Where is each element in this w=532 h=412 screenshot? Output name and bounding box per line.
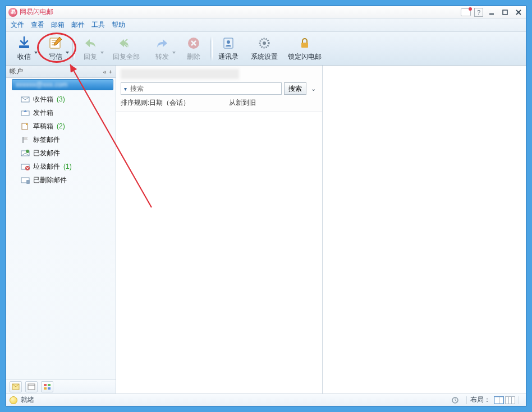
status-text: 就绪 — [21, 395, 34, 405]
delete-icon — [186, 35, 201, 51]
mail-tab-button[interactable] — [10, 381, 22, 392]
lock-icon — [297, 35, 313, 51]
menu-view[interactable]: 查看 — [31, 20, 44, 30]
svg-rect-1 — [503, 10, 507, 15]
folder-icon — [21, 108, 30, 117]
menu-mail[interactable]: 邮件 — [71, 20, 85, 30]
search-input[interactable] — [129, 85, 281, 92]
svg-point-12 — [263, 41, 266, 45]
notification-icon[interactable] — [461, 8, 471, 16]
menu-file[interactable]: 文件 — [11, 20, 24, 30]
svg-rect-17 — [22, 137, 24, 143]
forward-icon — [154, 35, 170, 51]
reply-icon — [82, 35, 98, 51]
apps-tab-button[interactable] — [41, 381, 53, 392]
folder-name: 收件箱 — [33, 95, 53, 104]
sort-rule[interactable]: 排序规则:日期（会话） — [121, 98, 229, 108]
sync-icon[interactable] — [451, 396, 460, 404]
folder-item[interactable]: 已删除邮件 — [21, 173, 116, 187]
compose-icon — [48, 35, 63, 51]
reply-all-icon — [118, 35, 134, 51]
folder-name: 草稿箱 — [33, 122, 53, 131]
search-button[interactable]: 搜索 — [284, 82, 306, 95]
svg-rect-31 — [44, 387, 47, 390]
svg-point-19 — [26, 150, 29, 153]
reply-all-button: 回复全部 — [106, 34, 146, 64]
folder-icon — [21, 122, 30, 131]
svg-rect-27 — [28, 384, 35, 390]
layout-label: 布局： — [470, 395, 490, 405]
sort-order[interactable]: 从新到旧 — [229, 98, 318, 108]
receive-button[interactable]: 收信 — [8, 34, 40, 64]
folder-name: 已发邮件 — [33, 149, 60, 158]
folder-icon — [21, 95, 30, 104]
chevron-down-icon[interactable] — [34, 52, 38, 54]
folder-item[interactable]: 标签邮件 — [21, 133, 116, 146]
chevron-down-icon[interactable] — [66, 52, 69, 54]
folder-count: (1) — [63, 163, 72, 170]
minimize-button[interactable] — [487, 8, 497, 16]
compose-button[interactable]: 写信 — [40, 34, 71, 64]
folder-name: 发件箱 — [33, 108, 53, 118]
delete-button: 删除 — [178, 34, 209, 64]
maximize-button[interactable] — [500, 8, 510, 16]
list-title — [121, 69, 239, 79]
menubar: 文件 查看 邮箱 邮件 工具 帮助 — [6, 18, 526, 32]
folder-count: (3) — [57, 95, 65, 103]
svg-rect-29 — [44, 384, 47, 386]
svg-rect-30 — [48, 384, 51, 386]
folder-item[interactable]: 垃圾邮件 (1) — [21, 160, 116, 173]
folder-name: 垃圾邮件 — [33, 162, 60, 172]
collapse-left-icon[interactable]: « — [103, 68, 106, 75]
reply-button: 回复 — [75, 34, 106, 64]
help-button[interactable]: ? — [474, 8, 483, 17]
preview-pane — [323, 66, 526, 394]
close-button[interactable] — [513, 8, 524, 16]
svg-rect-4 — [19, 45, 29, 48]
gear-icon — [256, 35, 272, 51]
settings-button[interactable]: 系统设置 — [244, 34, 285, 64]
contacts-button[interactable]: 通讯录 — [213, 34, 244, 64]
download-icon — [16, 35, 32, 51]
menu-tools[interactable]: 工具 — [91, 20, 105, 30]
folder-name: 已删除邮件 — [33, 175, 67, 185]
sidebar: 帐户 « + xxxxxx@xxx.com 收件箱 (3)发件箱草稿箱 (2)标… — [6, 66, 116, 394]
message-list — [116, 112, 322, 394]
folder-icon — [21, 149, 30, 158]
layout-vertical-button[interactable] — [505, 396, 515, 404]
folder-item[interactable]: 草稿箱 (2) — [21, 119, 116, 133]
sidebar-header: 帐户 — [10, 67, 100, 76]
expand-search-icon[interactable]: ⌄ — [309, 84, 318, 93]
menu-help[interactable]: 帮助 — [112, 20, 125, 30]
contacts-icon — [221, 35, 236, 51]
svg-point-10 — [227, 40, 230, 44]
chevron-down-icon — [100, 52, 104, 54]
folder-item[interactable]: 收件箱 (3) — [21, 92, 116, 106]
folder-icon — [21, 162, 30, 171]
folder-name: 标签邮件 — [33, 135, 60, 145]
account-row[interactable]: xxxxxx@xxx.com — [12, 79, 113, 90]
toolbar: 收信 写信 回复 回复全部 转发 — [6, 32, 526, 66]
lock-button[interactable]: 锁定闪电邮 — [285, 34, 325, 64]
forward-button: 转发 — [146, 34, 178, 64]
layout-horizontal-button[interactable] — [494, 396, 504, 404]
folder-icon — [21, 175, 30, 184]
message-list-pane: ▾ 搜索 ⌄ 排序规则:日期（会话） 从新到旧 — [116, 66, 323, 394]
folder-count: (2) — [57, 122, 65, 130]
bulb-icon — [10, 396, 17, 404]
svg-rect-13 — [301, 43, 308, 48]
svg-rect-25 — [26, 180, 30, 184]
calendar-tab-button[interactable] — [25, 381, 38, 392]
app-icon: 易 — [8, 8, 17, 17]
add-account-button[interactable]: + — [109, 68, 112, 75]
folder-item[interactable]: 发件箱 — [21, 106, 116, 119]
search-scope-dropdown[interactable]: ▾ — [121, 86, 129, 92]
chevron-down-icon — [172, 52, 176, 54]
folder-icon — [21, 135, 30, 144]
folder-item[interactable]: 已发邮件 — [21, 146, 116, 160]
menu-mailbox[interactable]: 邮箱 — [51, 20, 65, 30]
app-title: 网易闪电邮 — [20, 7, 53, 17]
svg-rect-32 — [48, 387, 51, 390]
